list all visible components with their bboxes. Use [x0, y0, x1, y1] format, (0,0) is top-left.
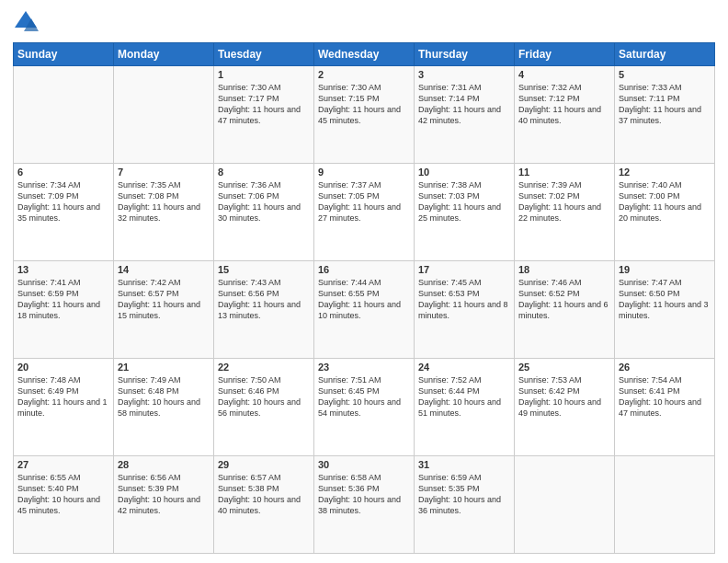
- day-info: Sunrise: 7:37 AM Sunset: 7:05 PM Dayligh…: [318, 179, 410, 224]
- calendar-cell: [114, 66, 214, 164]
- day-info: Sunrise: 7:43 AM Sunset: 6:56 PM Dayligh…: [218, 277, 310, 322]
- day-number: 25: [518, 362, 610, 373]
- calendar-cell: 2Sunrise: 7:30 AM Sunset: 7:15 PM Daylig…: [314, 66, 415, 164]
- day-info: Sunrise: 7:45 AM Sunset: 6:53 PM Dayligh…: [418, 277, 510, 322]
- calendar-cell: 12Sunrise: 7:40 AM Sunset: 7:00 PM Dayli…: [615, 164, 715, 261]
- calendar-cell: 11Sunrise: 7:39 AM Sunset: 7:02 PM Dayli…: [515, 164, 615, 261]
- calendar-cell: 19Sunrise: 7:47 AM Sunset: 6:50 PM Dayli…: [615, 261, 715, 359]
- calendar-week-4: 20Sunrise: 7:48 AM Sunset: 6:49 PM Dayli…: [14, 359, 715, 456]
- day-info: Sunrise: 7:53 AM Sunset: 6:42 PM Dayligh…: [518, 374, 610, 419]
- calendar-cell: 3Sunrise: 7:31 AM Sunset: 7:14 PM Daylig…: [415, 66, 515, 164]
- page: SundayMondayTuesdayWednesdayThursdayFrid…: [0, 0, 728, 563]
- day-number: 12: [619, 167, 711, 178]
- day-number: 7: [118, 167, 210, 178]
- calendar-cell: 8Sunrise: 7:36 AM Sunset: 7:06 PM Daylig…: [214, 164, 314, 261]
- calendar-cell: 26Sunrise: 7:54 AM Sunset: 6:41 PM Dayli…: [615, 359, 715, 456]
- day-number: 6: [17, 167, 109, 178]
- day-number: 31: [418, 459, 510, 470]
- calendar-cell: 30Sunrise: 6:58 AM Sunset: 5:36 PM Dayli…: [314, 456, 415, 554]
- day-number: 2: [318, 69, 410, 80]
- calendar-cell: 25Sunrise: 7:53 AM Sunset: 6:42 PM Dayli…: [515, 359, 615, 456]
- logo-icon: [13, 9, 39, 35]
- day-number: 10: [418, 167, 510, 178]
- day-info: Sunrise: 7:34 AM Sunset: 7:09 PM Dayligh…: [17, 179, 109, 224]
- calendar-cell: 16Sunrise: 7:44 AM Sunset: 6:55 PM Dayli…: [314, 261, 415, 359]
- day-number: 11: [518, 167, 610, 178]
- calendar-cell: 20Sunrise: 7:48 AM Sunset: 6:49 PM Dayli…: [14, 359, 114, 456]
- day-info: Sunrise: 7:30 AM Sunset: 7:17 PM Dayligh…: [218, 82, 310, 127]
- day-number: 9: [318, 167, 410, 178]
- day-number: 1: [218, 69, 310, 80]
- day-number: 19: [619, 264, 711, 275]
- calendar-cell: 22Sunrise: 7:50 AM Sunset: 6:46 PM Dayli…: [214, 359, 314, 456]
- day-number: 8: [218, 167, 310, 178]
- day-info: Sunrise: 7:36 AM Sunset: 7:06 PM Dayligh…: [218, 179, 310, 224]
- day-number: 22: [218, 362, 310, 373]
- weekday-header-sunday: Sunday: [14, 43, 114, 66]
- header: [13, 9, 715, 35]
- day-number: 17: [418, 264, 510, 275]
- weekday-header-wednesday: Wednesday: [314, 43, 415, 66]
- day-info: Sunrise: 7:39 AM Sunset: 7:02 PM Dayligh…: [518, 179, 610, 224]
- calendar-cell: 21Sunrise: 7:49 AM Sunset: 6:48 PM Dayli…: [114, 359, 214, 456]
- calendar-cell: 6Sunrise: 7:34 AM Sunset: 7:09 PM Daylig…: [14, 164, 114, 261]
- day-info: Sunrise: 6:55 AM Sunset: 5:40 PM Dayligh…: [17, 472, 109, 517]
- day-info: Sunrise: 7:32 AM Sunset: 7:12 PM Dayligh…: [518, 82, 610, 127]
- day-info: Sunrise: 7:31 AM Sunset: 7:14 PM Dayligh…: [418, 82, 510, 127]
- day-info: Sunrise: 6:56 AM Sunset: 5:39 PM Dayligh…: [118, 472, 210, 517]
- day-info: Sunrise: 7:35 AM Sunset: 7:08 PM Dayligh…: [118, 179, 210, 224]
- day-info: Sunrise: 7:44 AM Sunset: 6:55 PM Dayligh…: [318, 277, 410, 322]
- weekday-header-friday: Friday: [515, 43, 615, 66]
- calendar-week-1: 1Sunrise: 7:30 AM Sunset: 7:17 PM Daylig…: [14, 66, 715, 164]
- day-number: 29: [218, 459, 310, 470]
- calendar-cell: 17Sunrise: 7:45 AM Sunset: 6:53 PM Dayli…: [415, 261, 515, 359]
- calendar-cell: 27Sunrise: 6:55 AM Sunset: 5:40 PM Dayli…: [14, 456, 114, 554]
- day-number: 18: [518, 264, 610, 275]
- day-number: 13: [17, 264, 109, 275]
- calendar-cell: 31Sunrise: 6:59 AM Sunset: 5:35 PM Dayli…: [415, 456, 515, 554]
- day-info: Sunrise: 6:58 AM Sunset: 5:36 PM Dayligh…: [318, 472, 410, 517]
- day-info: Sunrise: 7:41 AM Sunset: 6:59 PM Dayligh…: [17, 277, 109, 322]
- calendar-cell: 5Sunrise: 7:33 AM Sunset: 7:11 PM Daylig…: [615, 66, 715, 164]
- day-number: 16: [318, 264, 410, 275]
- calendar-cell: 23Sunrise: 7:51 AM Sunset: 6:45 PM Dayli…: [314, 359, 415, 456]
- day-number: 27: [17, 459, 109, 470]
- day-number: 3: [418, 69, 510, 80]
- calendar-header-row: SundayMondayTuesdayWednesdayThursdayFrid…: [14, 43, 715, 66]
- calendar-cell: 4Sunrise: 7:32 AM Sunset: 7:12 PM Daylig…: [515, 66, 615, 164]
- day-info: Sunrise: 7:38 AM Sunset: 7:03 PM Dayligh…: [418, 179, 510, 224]
- day-number: 20: [17, 362, 109, 373]
- day-number: 30: [318, 459, 410, 470]
- calendar-cell: 24Sunrise: 7:52 AM Sunset: 6:44 PM Dayli…: [415, 359, 515, 456]
- day-info: Sunrise: 7:30 AM Sunset: 7:15 PM Dayligh…: [318, 82, 410, 127]
- calendar-cell: 14Sunrise: 7:42 AM Sunset: 6:57 PM Dayli…: [114, 261, 214, 359]
- weekday-header-saturday: Saturday: [615, 43, 715, 66]
- day-info: Sunrise: 7:47 AM Sunset: 6:50 PM Dayligh…: [619, 277, 711, 322]
- day-number: 4: [518, 69, 610, 80]
- day-number: 26: [619, 362, 711, 373]
- logo: [13, 9, 42, 35]
- day-number: 14: [118, 264, 210, 275]
- day-info: Sunrise: 6:57 AM Sunset: 5:38 PM Dayligh…: [218, 472, 310, 517]
- day-info: Sunrise: 7:40 AM Sunset: 7:00 PM Dayligh…: [619, 179, 711, 224]
- day-info: Sunrise: 7:52 AM Sunset: 6:44 PM Dayligh…: [418, 374, 510, 419]
- calendar-cell: 10Sunrise: 7:38 AM Sunset: 7:03 PM Dayli…: [415, 164, 515, 261]
- day-info: Sunrise: 7:54 AM Sunset: 6:41 PM Dayligh…: [619, 374, 711, 419]
- calendar-week-2: 6Sunrise: 7:34 AM Sunset: 7:09 PM Daylig…: [14, 164, 715, 261]
- calendar-cell: 13Sunrise: 7:41 AM Sunset: 6:59 PM Dayli…: [14, 261, 114, 359]
- day-info: Sunrise: 7:48 AM Sunset: 6:49 PM Dayligh…: [17, 374, 109, 419]
- calendar-cell: [515, 456, 615, 554]
- day-info: Sunrise: 7:50 AM Sunset: 6:46 PM Dayligh…: [218, 374, 310, 419]
- day-info: Sunrise: 7:33 AM Sunset: 7:11 PM Dayligh…: [619, 82, 711, 127]
- calendar-cell: [615, 456, 715, 554]
- day-info: Sunrise: 7:49 AM Sunset: 6:48 PM Dayligh…: [118, 374, 210, 419]
- day-info: Sunrise: 7:51 AM Sunset: 6:45 PM Dayligh…: [318, 374, 410, 419]
- calendar-cell: 29Sunrise: 6:57 AM Sunset: 5:38 PM Dayli…: [214, 456, 314, 554]
- calendar-table: SundayMondayTuesdayWednesdayThursdayFrid…: [13, 42, 715, 554]
- calendar-week-5: 27Sunrise: 6:55 AM Sunset: 5:40 PM Dayli…: [14, 456, 715, 554]
- day-number: 15: [218, 264, 310, 275]
- calendar-cell: 1Sunrise: 7:30 AM Sunset: 7:17 PM Daylig…: [214, 66, 314, 164]
- day-number: 21: [118, 362, 210, 373]
- day-info: Sunrise: 7:46 AM Sunset: 6:52 PM Dayligh…: [518, 277, 610, 322]
- day-number: 23: [318, 362, 410, 373]
